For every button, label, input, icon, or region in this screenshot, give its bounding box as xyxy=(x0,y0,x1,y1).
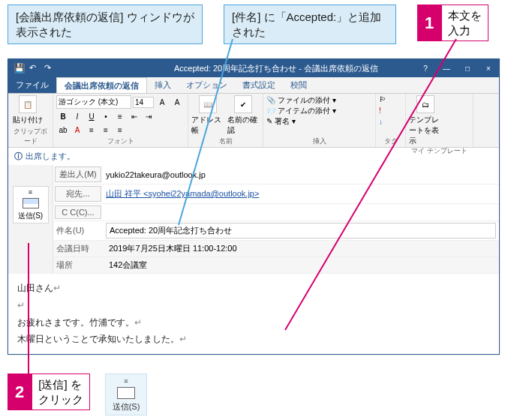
attach-file-label: ファイルの添付 xyxy=(278,96,330,104)
save-icon[interactable]: 💾 xyxy=(14,63,25,74)
check-names-label: 名前の確認 xyxy=(227,115,260,136)
envelope-icon xyxy=(117,387,135,399)
address-book-button[interactable]: 📖 アドレス帳 xyxy=(191,95,224,136)
subject-input[interactable]: Accepted: 20周年記念打ち合わせ xyxy=(106,223,496,238)
bold-button[interactable]: B xyxy=(56,110,70,122)
step-1-text: 本文を 入力 xyxy=(441,4,488,41)
from-value: yukio22takeura@outlook.jp xyxy=(103,169,499,181)
attach-item-button[interactable]: 📨 アイテムの添付 ▾ xyxy=(266,106,336,116)
italic-button[interactable]: I xyxy=(71,110,84,122)
font-size-select[interactable]: 14 xyxy=(133,97,154,108)
group-tags: 🏳 ! ↓ タグ xyxy=(376,94,406,147)
window-title: Accepted: 20周年記念打ち合わせ - 会議出席依頼の返信 xyxy=(143,63,409,74)
grow-font-icon[interactable]: A xyxy=(155,96,169,108)
step-1: 1 本文を 入力 xyxy=(417,4,488,41)
signature-button[interactable]: ✎ 署名 ▾ xyxy=(266,116,296,127)
paste-button[interactable]: 📋 貼り付け xyxy=(11,95,44,125)
info-text: 出席します。 xyxy=(26,151,75,162)
group-names-label: 名前 xyxy=(191,136,260,146)
to-button[interactable]: 宛先... xyxy=(55,186,101,202)
group-templates-label: マイ テンプレート xyxy=(409,146,470,156)
when-label: 会議日時 xyxy=(53,242,106,256)
tab-format[interactable]: 書式設定 xyxy=(235,77,283,93)
align-left-button[interactable]: ≡ xyxy=(85,124,98,136)
header-fields: 差出人(M) yukio22takeura@outlook.jp 宛先... 山… xyxy=(53,165,499,274)
minimize-button[interactable]: — xyxy=(436,59,457,77)
where-label: 場所 xyxy=(53,258,106,272)
group-templates: 🗂 テンプレートを表示 マイ テンプレート xyxy=(406,94,473,147)
bullets-button[interactable]: • xyxy=(99,110,113,122)
where-value: 142会議室 xyxy=(106,258,499,272)
maximize-button[interactable]: □ xyxy=(457,59,478,77)
font-name-select[interactable]: 游ゴシック (本文) xyxy=(56,95,131,109)
outlook-compose-window: 💾 ↶ ↷ Accepted: 20周年記念打ち合わせ - 会議出席依頼の返信 … xyxy=(8,58,500,355)
body-line-1: 山田さん xyxy=(17,283,53,293)
paragraph-mark-icon: ↵ xyxy=(17,300,25,310)
attach-item-label: アイテムの添付 xyxy=(278,106,330,115)
follow-up-button[interactable]: 🏳 xyxy=(379,95,386,104)
align-center-button[interactable]: ≡ xyxy=(99,124,113,136)
numbering-button[interactable]: ≡ xyxy=(113,110,127,122)
callout-window-shown: [会議出席依頼の返信] ウィンドウが表示された xyxy=(8,4,203,44)
cc-button[interactable]: C C(C)... xyxy=(55,206,101,219)
tab-insert[interactable]: 挿入 xyxy=(147,77,179,93)
to-value[interactable]: 山田 祥平 <syohei22yamada@outlook.jp> xyxy=(103,187,499,201)
high-importance-button[interactable]: ! xyxy=(379,106,381,115)
paste-icon: 📋 xyxy=(19,95,37,113)
body-line-3: 木曜日ということで承知いたしました。 xyxy=(17,334,179,344)
tab-review[interactable]: 校閲 xyxy=(283,77,314,93)
group-include-label: 挿入 xyxy=(266,136,372,146)
paragraph-mark-icon: ↵ xyxy=(134,317,142,328)
signature-label: 署名 xyxy=(275,117,290,125)
group-include: 📎 ファイルの添付 ▾ 📨 アイテムの添付 ▾ ✎ 署名 ▾ 挿入 xyxy=(263,94,376,147)
view-templates-button[interactable]: 🗂 テンプレートを表示 xyxy=(409,95,442,146)
send-label: 送信(S) xyxy=(18,211,43,221)
from-button[interactable]: 差出人(M) xyxy=(55,166,101,182)
tab-response[interactable]: 会議出席依頼の返信 xyxy=(56,77,147,93)
paste-label: 貼り付け xyxy=(13,115,43,125)
indent-button[interactable]: ⇥ xyxy=(142,110,155,122)
view-templates-label: テンプレートを表示 xyxy=(409,115,442,146)
underline-button[interactable]: U xyxy=(85,110,98,122)
group-names: 📖 アドレス帳 ✔ 名前の確認 名前 xyxy=(188,94,263,147)
ribbon-options-icon[interactable]: ? xyxy=(415,59,436,77)
tab-file[interactable]: ファイル xyxy=(8,77,56,93)
send-button-enlarged: ≡ 送信(S) xyxy=(105,374,147,416)
group-font-label: フォント xyxy=(56,136,185,146)
message-body[interactable]: 山田さん↵ ↵ お疲れさまです。竹浦です。↵ 木曜日ということで承知いたしました… xyxy=(8,274,499,354)
attach-file-button[interactable]: 📎 ファイルの添付 ▾ xyxy=(266,95,336,106)
tab-option[interactable]: オプション xyxy=(179,77,235,93)
shrink-font-icon[interactable]: A xyxy=(170,96,184,108)
low-importance-button[interactable]: ↓ xyxy=(379,118,383,126)
quick-access-toolbar: 💾 ↶ ↷ xyxy=(8,63,61,74)
paragraph-mark-icon: ↵ xyxy=(53,283,61,293)
info-icon: ⓘ xyxy=(14,151,23,162)
envelope-icon xyxy=(23,198,39,208)
step-2-number: 2 xyxy=(8,374,32,410)
cc-value[interactable] xyxy=(103,211,499,214)
group-tags-label: タグ xyxy=(379,136,402,146)
address-book-label: アドレス帳 xyxy=(191,115,224,136)
align-right-button[interactable]: ≡ xyxy=(113,124,127,136)
step-1-number: 1 xyxy=(417,4,441,41)
close-button[interactable]: × xyxy=(478,59,499,77)
templates-icon: 🗂 xyxy=(416,95,434,113)
paragraph-mark-icon: ↵ xyxy=(179,334,187,344)
step-2-text: [送信] を クリック xyxy=(32,374,90,410)
send-panel: ≡ 送信(S) xyxy=(8,165,53,274)
ribbon-tabs: ファイル 会議出席依頼の返信 挿入 オプション 書式設定 校閲 xyxy=(8,77,499,94)
font-color-button[interactable]: A xyxy=(71,124,84,136)
check-names-icon: ✔ xyxy=(234,95,252,113)
when-value: 2019年7月25日木曜日 11:00-12:00 xyxy=(106,242,499,256)
redo-icon[interactable]: ↷ xyxy=(44,63,55,74)
step-2: 2 [送信] を クリック xyxy=(8,374,90,410)
check-names-button[interactable]: ✔ 名前の確認 xyxy=(227,95,260,136)
titlebar: 💾 ↶ ↷ Accepted: 20周年記念打ち合わせ - 会議出席依頼の返信 … xyxy=(8,59,499,77)
outdent-button[interactable]: ⇤ xyxy=(128,110,141,122)
send-button[interactable]: ≡ 送信(S) xyxy=(13,186,49,224)
group-clipboard: 📋 貼り付け クリップボード xyxy=(8,94,53,147)
group-clipboard-label: クリップボード xyxy=(11,127,50,146)
highlight-button[interactable]: ab xyxy=(56,124,70,136)
undo-icon[interactable]: ↶ xyxy=(29,63,40,74)
callout-subject-added: [件名] に「Accepted:」と追加された xyxy=(224,4,396,44)
